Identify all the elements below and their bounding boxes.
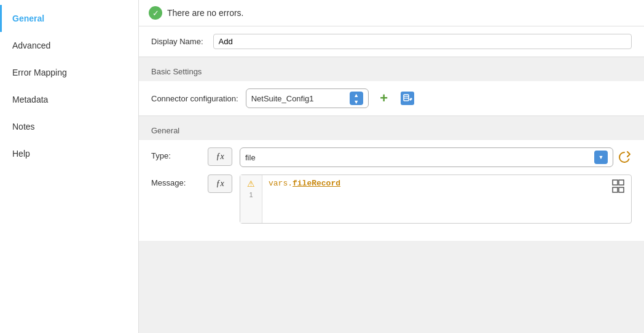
sidebar-item-metadata[interactable]: Metadata xyxy=(0,86,138,113)
grid-button[interactable] xyxy=(610,178,629,196)
line-number: 1 xyxy=(249,191,253,198)
sidebar-item-error-mapping[interactable]: Error Mapping xyxy=(0,59,138,86)
message-actions xyxy=(608,175,631,223)
display-name-section: Display Name: xyxy=(139,26,644,57)
message-label: Message: xyxy=(151,174,200,187)
sidebar-item-help[interactable]: Help xyxy=(0,140,138,167)
fx-icon-2: ƒx xyxy=(216,179,224,189)
message-code[interactable]: vars.fileRecord xyxy=(262,175,608,223)
plus-icon: + xyxy=(380,92,388,105)
type-arrows-icon[interactable]: ▼ xyxy=(594,151,608,164)
connector-arrows-icon[interactable]: ▲ ▼ xyxy=(350,92,363,105)
sidebar: General Advanced Error Mapping Metadata … xyxy=(0,0,139,333)
sidebar-item-advanced[interactable]: Advanced xyxy=(0,32,138,59)
general-subsection: Type: ƒx file ▼ xyxy=(139,140,644,241)
type-label: Type: xyxy=(151,147,200,160)
basic-settings-header: Basic Settings xyxy=(139,62,644,81)
add-connector-button[interactable]: + xyxy=(376,90,392,106)
display-name-label: Display Name: xyxy=(151,37,203,46)
message-code-plain: vars. xyxy=(269,179,293,188)
connector-select-value: NetSuite_Config1 xyxy=(251,94,345,103)
message-row: Message: ƒx ⚠ 1 vars.fileRecord xyxy=(151,174,632,224)
fx-icon: ƒx xyxy=(216,152,224,162)
connector-section: Connector configuration: NetSuite_Config… xyxy=(139,81,644,116)
status-check-icon: ✓ xyxy=(149,6,162,20)
type-select-container: file ▼ xyxy=(240,147,632,167)
status-text: There are no errors. xyxy=(167,8,244,18)
type-select[interactable]: file ▼ xyxy=(240,147,613,167)
type-row: Type: ƒx file ▼ xyxy=(151,147,632,167)
connector-select[interactable]: NetSuite_Config1 ▲ ▼ xyxy=(246,88,369,108)
svg-rect-8 xyxy=(619,187,624,192)
status-bar: ✓ There are no errors. xyxy=(139,0,644,26)
refresh-icon xyxy=(617,150,632,165)
message-container: ⚠ 1 vars.fileRecord xyxy=(240,174,632,224)
type-refresh-button[interactable] xyxy=(617,150,632,165)
message-fx-button[interactable]: ƒx xyxy=(208,174,232,193)
main-content: ✓ There are no errors. Display Name: Bas… xyxy=(139,0,644,333)
connector-label: Connector configuration: xyxy=(151,94,238,103)
svg-rect-5 xyxy=(613,180,618,185)
message-gutter: ⚠ 1 xyxy=(240,175,262,223)
type-fx-button[interactable]: ƒx xyxy=(208,147,232,166)
sidebar-item-general[interactable]: General xyxy=(0,5,138,32)
sidebar-item-notes[interactable]: Notes xyxy=(0,113,138,140)
display-name-input[interactable] xyxy=(213,34,632,49)
type-select-value: file xyxy=(245,153,594,162)
edit-icon xyxy=(401,92,414,105)
message-code-bold: fileRecord xyxy=(293,179,340,188)
warning-icon: ⚠ xyxy=(247,179,255,189)
grid-icon xyxy=(611,179,627,195)
edit-connector-button[interactable] xyxy=(399,90,415,106)
svg-rect-6 xyxy=(619,180,624,185)
svg-rect-7 xyxy=(613,187,618,192)
content-area: Display Name: Basic Settings Connector c… xyxy=(139,26,644,241)
general-subsection-header: General xyxy=(139,121,644,140)
